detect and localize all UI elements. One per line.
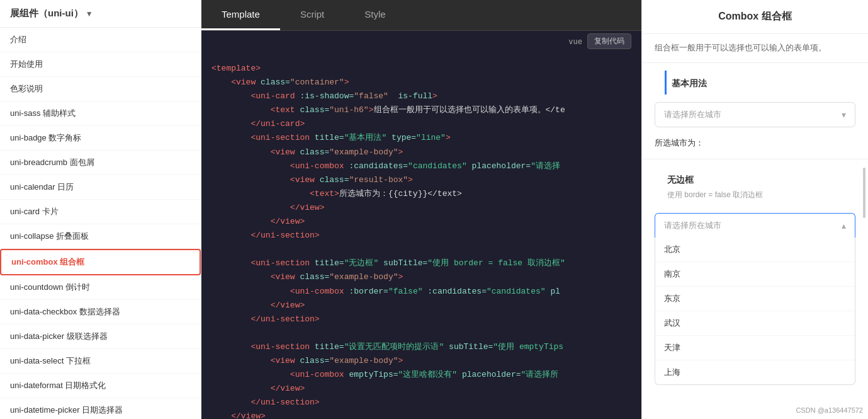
basic-usage-title: 基本用法 <box>665 71 855 95</box>
sidebar-expand-icon[interactable]: ▼ <box>86 9 93 18</box>
no-border-section: 无边框 使用 border = false 取消边框 <box>642 164 868 208</box>
watermark: CSDN @a136447572 <box>796 406 863 414</box>
code-line: </uni-section> <box>211 396 631 410</box>
code-line: </view> <box>211 299 631 313</box>
code-line: <view class="example-body"> <box>211 354 631 368</box>
lang-label: vue <box>568 37 582 46</box>
sidebar-item-12[interactable]: uni-data-picker 级联选择器 <box>0 324 201 349</box>
dropdown-item[interactable]: 北京 <box>655 238 855 262</box>
code-line <box>211 326 631 340</box>
code-line: <view class="container"> <box>211 76 631 89</box>
sidebar-item-4[interactable]: uni-badge 数字角标 <box>0 126 201 151</box>
sidebar-item-3[interactable]: uni-sass 辅助样式 <box>0 101 201 126</box>
no-border-desc: 使用 border = false 取消边框 <box>655 188 855 205</box>
tab-script[interactable]: Script <box>280 0 344 30</box>
code-line: <text>所选城市为：{{city}}</text> <box>211 187 631 201</box>
code-line: <view class="example-body"> <box>211 270 631 284</box>
code-line: </view> <box>211 215 631 229</box>
code-line: <uni-combox emptyTips="这里啥都没有" placehold… <box>211 368 631 382</box>
sidebar-item-9[interactable]: uni-combox 组合框 <box>0 249 201 275</box>
code-line: <view class="result-box"> <box>211 173 631 187</box>
right-panel: Combox 组合框 组合框一般用于可以选择也可以输入的表单项。 基本用法 请选… <box>641 0 868 419</box>
basic-usage-section: 基本用法 <box>642 63 868 97</box>
no-border-title: 无边框 <box>655 169 855 188</box>
code-toolbar: vue 复制代码 <box>201 31 641 54</box>
code-line: <template> <box>211 62 631 76</box>
sidebar-header: 展组件（uni-ui） ▼ <box>0 0 201 28</box>
sidebar-item-14[interactable]: uni-dateformat 日期格式化 <box>0 374 201 398</box>
code-line: </uni-card> <box>211 117 631 131</box>
dropdown-item[interactable]: 天津 <box>655 336 855 360</box>
sidebar-item-7[interactable]: uni-card 卡片 <box>0 200 201 224</box>
tab-template[interactable]: Template <box>201 0 280 30</box>
sidebar-item-1[interactable]: 开始使用 <box>0 52 201 77</box>
sidebar-item-8[interactable]: uni-collapse 折叠面板 <box>0 224 201 249</box>
selected-city-label: 所选城市为： <box>642 132 868 154</box>
code-line: <uni-card :is-shadow="false" is-full> <box>211 89 631 103</box>
sidebar-item-10[interactable]: uni-countdown 倒计时 <box>0 275 201 300</box>
sidebar-item-5[interactable]: uni-breadcrumb 面包屑 <box>0 151 201 175</box>
code-line: <view class="example-body"> <box>211 146 631 159</box>
basic-combobox[interactable]: 请选择所在城市 ▾ <box>655 102 855 127</box>
code-line: <uni-section title="基本用法" type="line"> <box>211 131 631 145</box>
no-border-combobox[interactable]: 请选择所在城市 ▴ <box>655 213 855 238</box>
sidebar-item-2[interactable]: 色彩说明 <box>0 77 201 101</box>
scrollbar[interactable] <box>863 168 865 218</box>
no-border-combobox-placeholder: 请选择所在城市 <box>664 220 721 231</box>
right-panel-desc: 组合框一般用于可以选择也可以输入的表单项。 <box>642 34 868 63</box>
code-line: </view> <box>211 410 631 419</box>
no-border-combobox-wrap: 请选择所在城市 ▴ 北京南京东京武汉天津上海 <box>655 213 855 385</box>
divider-1 <box>642 159 868 159</box>
dropdown-item[interactable]: 上海 <box>655 360 855 384</box>
code-line: </uni-section> <box>211 313 631 326</box>
sidebar-title: 展组件（uni-ui） <box>10 8 83 20</box>
sidebar: 展组件（uni-ui） ▼ 介绍开始使用色彩说明uni-sass 辅助样式uni… <box>0 0 201 419</box>
chevron-down-icon: ▾ <box>842 110 846 120</box>
main-content: Template Script Style vue 复制代码 <template… <box>201 0 641 419</box>
dropdown-list: 北京南京东京武汉天津上海 <box>655 238 855 385</box>
code-line: <uni-section title="设置无匹配项时的提示语" subTitl… <box>211 340 631 354</box>
code-line: <uni-combox :candidates="candidates" pla… <box>211 159 631 173</box>
code-line: </view> <box>211 382 631 396</box>
dropdown-item[interactable]: 南京 <box>655 262 855 287</box>
chevron-up-icon: ▴ <box>842 221 846 231</box>
sidebar-items-container: 介绍开始使用色彩说明uni-sass 辅助样式uni-badge 数字角标uni… <box>0 28 201 419</box>
copy-code-button[interactable]: 复制代码 <box>587 33 631 49</box>
tab-bar: Template Script Style <box>201 0 641 31</box>
tab-style[interactable]: Style <box>344 0 405 30</box>
code-line: <uni-section title="无边框" subTitle="使用 bo… <box>211 256 631 270</box>
sidebar-item-13[interactable]: uni-data-select 下拉框 <box>0 349 201 374</box>
code-line: <text class="uni-h6">组合框一般用于可以选择也可以输入的表单… <box>211 103 631 117</box>
code-area[interactable]: <template> <view class="container"> <uni… <box>201 54 641 419</box>
sidebar-item-15[interactable]: uni-datetime-picker 日期选择器 <box>0 398 201 419</box>
code-line: </view> <box>211 201 631 215</box>
sidebar-item-6[interactable]: uni-calendar 日历 <box>0 175 201 200</box>
sidebar-item-11[interactable]: uni-data-checkbox 数据选择器 <box>0 300 201 324</box>
sidebar-item-0[interactable]: 介绍 <box>0 28 201 52</box>
dropdown-item[interactable]: 武汉 <box>655 311 855 336</box>
basic-combobox-placeholder: 请选择所在城市 <box>664 109 721 120</box>
code-line: </uni-section> <box>211 229 631 243</box>
code-line: <uni-combox :border="false" :candidates=… <box>211 285 631 299</box>
code-line <box>211 243 631 256</box>
right-panel-title: Combox 组合框 <box>642 0 868 34</box>
dropdown-item[interactable]: 东京 <box>655 287 855 311</box>
